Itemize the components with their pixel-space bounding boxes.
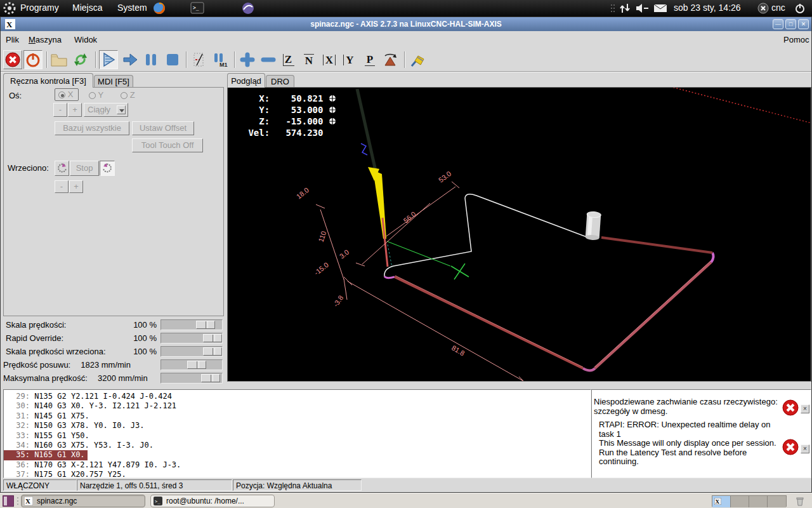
tab-dro[interactable]: DRO <box>266 75 294 88</box>
radio-z-circle <box>121 92 128 99</box>
machine-power-button[interactable] <box>23 50 43 69</box>
workspace-2[interactable] <box>731 496 749 507</box>
gcode-line[interactable]: 35: N165 G1 X0. <box>4 450 88 460</box>
gcode-line[interactable]: 31: N145 G1 X75. <box>4 411 591 421</box>
skip-button[interactable] <box>190 50 209 69</box>
volume-icon[interactable] <box>636 3 650 13</box>
menu-pomoc[interactable]: Pomoc <box>783 35 809 44</box>
open-file-button[interactable] <box>49 50 69 69</box>
svg-text:M1: M1 <box>219 62 228 68</box>
slider-trough[interactable] <box>160 359 223 370</box>
reload-button[interactable] <box>71 50 90 69</box>
step-button[interactable] <box>121 50 140 69</box>
view-x-button[interactable]: X <box>320 50 339 69</box>
gcode-line[interactable]: 29: N135 G2 Y2.121 I-0.424 J-0.424 <box>4 392 591 401</box>
spindle-cw-button[interactable] <box>100 161 115 176</box>
radio-axis-y[interactable]: Y <box>89 90 103 100</box>
workspace-4[interactable] <box>768 496 786 507</box>
spindle-ccw-button[interactable] <box>55 161 69 176</box>
preview-canvas[interactable]: 53.0 56.0 18.0 110 3.0 -15.0 -3.8 81.8 X… <box>227 87 811 382</box>
spindle-minus-button[interactable]: - <box>55 180 69 193</box>
slider-handle[interactable] <box>201 374 220 382</box>
minimize-button[interactable]: — <box>773 19 783 29</box>
run-button[interactable] <box>99 50 118 69</box>
tab-manual-control[interactable]: Ręczna kontrola [F3] <box>3 73 93 88</box>
svg-text:53.0: 53.0 <box>437 170 452 184</box>
mail-icon[interactable] <box>653 4 667 13</box>
gcode-line[interactable]: 33: N155 G1 Y50. <box>4 431 591 441</box>
radio-axis-x[interactable]: X <box>55 88 79 101</box>
dismiss-error-button[interactable]: × <box>801 404 809 413</box>
gcode-line[interactable]: 30: N140 G3 X0. Y-3. I2.121 J-2.121 <box>4 401 591 411</box>
workspace-switcher[interactable]: X <box>712 495 787 507</box>
slider-label: Maksymalna prędkość: <box>3 373 88 383</box>
titlebar[interactable]: X spinacz.ngc - AXIS 2.7.3 na LinuxCNC-H… <box>1 17 811 31</box>
spindle-plus-button[interactable]: + <box>69 180 83 193</box>
toolbar-separator <box>404 51 405 68</box>
tab-preview[interactable]: Podgląd <box>227 73 265 88</box>
slider-trough[interactable] <box>160 319 223 330</box>
override-slider-row: Prędkość posuwu:1823 mm/min <box>3 358 224 371</box>
terminal-icon[interactable]: >_ <box>190 1 204 15</box>
slider-handle[interactable] <box>196 321 215 329</box>
tool-touch-off-button[interactable]: Tool Touch Off <box>132 138 203 152</box>
rotate-cone-icon <box>382 51 398 68</box>
workspace-1[interactable]: X <box>712 496 731 507</box>
firefox-icon[interactable] <box>152 1 166 15</box>
menu-plik[interactable]: Plik <box>6 35 19 44</box>
set-offset-button[interactable]: Ustaw Offset <box>132 121 194 135</box>
estop-button[interactable] <box>3 50 22 69</box>
maximize-button[interactable]: □ <box>785 19 796 29</box>
dismiss-error-button[interactable]: × <box>801 444 809 453</box>
view-y-button[interactable]: Y <box>340 50 359 69</box>
menu-miejsca[interactable]: Miejsca <box>72 3 102 13</box>
jog-mode-combobox[interactable]: Ciągły <box>84 103 128 117</box>
gcode-line[interactable]: 32: N150 G3 X78. Y0. I0. J3. <box>4 421 591 431</box>
view-z-button[interactable]: Z <box>279 50 298 69</box>
pause-button[interactable] <box>141 50 160 69</box>
show-desktop-icon[interactable] <box>3 495 14 507</box>
dro-row: Vel: 574.230 <box>243 127 336 138</box>
user-name[interactable]: cnc <box>771 3 785 13</box>
reload-icon <box>72 51 89 68</box>
view-p-button[interactable]: P <box>360 50 379 69</box>
zoom-out-button[interactable] <box>259 50 278 69</box>
gcode-line[interactable]: 37: N175 G1 X20.757 Y25. <box>4 470 591 478</box>
menu-system[interactable]: System <box>117 3 147 13</box>
power-icon[interactable] <box>794 3 806 14</box>
slider-trough[interactable] <box>160 333 223 344</box>
rotate-view-button[interactable] <box>381 50 400 69</box>
slider-handle[interactable] <box>187 361 206 369</box>
network-icon[interactable] <box>619 3 631 14</box>
slider-handle[interactable] <box>203 347 222 356</box>
taskbar-window-axis[interactable]: X spinacz.ngc <box>21 495 145 507</box>
zoom-in-button[interactable] <box>238 50 257 69</box>
workspace-3[interactable] <box>749 496 768 507</box>
menu-widok[interactable]: Widok <box>74 35 97 44</box>
user-badge-icon[interactable] <box>757 3 769 14</box>
slider-trough[interactable] <box>160 373 223 384</box>
view-z2-button[interactable]: N <box>299 50 318 69</box>
menu-maszyna[interactable]: Maszyna <box>29 35 62 44</box>
menu-programy[interactable]: Programy <box>20 3 59 13</box>
radio-axis-z[interactable]: Z <box>121 90 135 100</box>
slider-handle[interactable] <box>203 334 222 342</box>
gcode-listing[interactable]: 29: N135 G2 Y2.121 I-0.424 J-0.424 30: N… <box>3 389 591 478</box>
close-button[interactable]: ✕ <box>798 19 809 29</box>
applications-menu-icon[interactable] <box>3 2 16 15</box>
spindle-stop-button[interactable]: Stop <box>70 161 99 176</box>
stop-button[interactable] <box>163 50 182 69</box>
globe-icon[interactable] <box>241 1 255 15</box>
trash-icon[interactable] <box>794 495 806 507</box>
clear-plot-button[interactable] <box>409 50 428 69</box>
gcode-line[interactable]: 34: N160 G3 X75. Y53. I-3. J0. <box>4 441 591 450</box>
slider-trough[interactable] <box>160 346 223 357</box>
home-all-button[interactable]: Bazuj wszystkie <box>55 121 129 135</box>
clock[interactable]: sob 23 sty, 14:26 <box>674 3 741 13</box>
tab-mdi[interactable]: MDI [F5] <box>94 75 133 88</box>
taskbar-window-terminal[interactable]: >_ root@ubuntu: /home/... <box>150 495 275 507</box>
optional-pause-button[interactable]: M1 <box>211 50 230 69</box>
jog-plus-button[interactable]: + <box>68 103 82 117</box>
jog-minus-button[interactable]: - <box>53 103 67 117</box>
gcode-line[interactable]: 36: N170 G3 X-2.121 Y47.879 I0. J-3. <box>4 460 591 470</box>
